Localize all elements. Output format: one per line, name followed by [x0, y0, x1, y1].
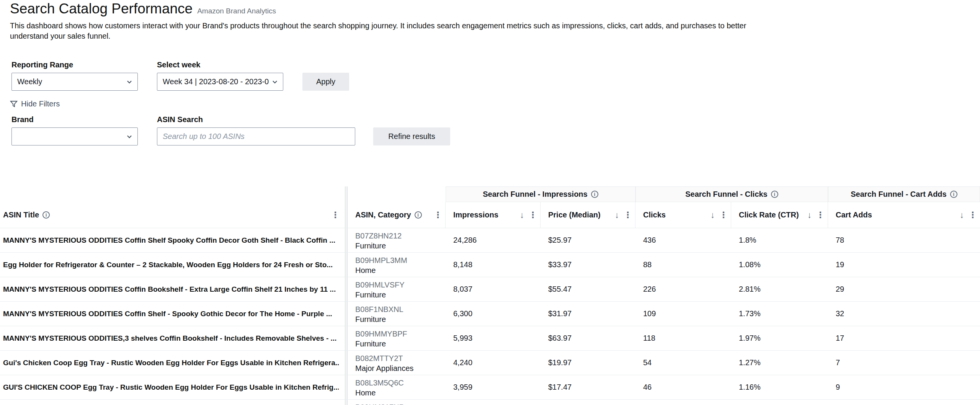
page-description: This dashboard shows how customers inter… — [10, 21, 777, 41]
refine-results-button[interactable]: Refine results — [373, 127, 450, 145]
column-header-row: ASIN, Category i ⋮ Impressions ↓ ⋮ Price… — [348, 202, 980, 228]
kebab-menu-icon[interactable]: ⋮ — [624, 211, 632, 219]
table-row: MANNY'S MYSTERIOUS ODDITIES Coffin Books… — [0, 277, 980, 302]
asin-title-text: Egg Holder for Refrigerator & Counter – … — [3, 261, 333, 269]
price-value: $33.97 — [541, 253, 635, 277]
asin-category-cell: B09HMPL3MM Home — [348, 253, 446, 277]
click-rate-header-label: Click Rate (CTR) — [739, 211, 799, 219]
column-header-click-rate: Click Rate (CTR) ↓ ⋮ — [731, 202, 828, 228]
impressions-value: 6,300 — [446, 302, 541, 326]
category-text: Home — [355, 388, 443, 398]
sort-descending-icon[interactable]: ↓ — [807, 211, 812, 219]
clicks-value: 46 — [635, 375, 731, 399]
asin-category-cell: B08F1NBXNL Furniture — [348, 302, 446, 326]
apply-button[interactable]: Apply — [302, 73, 349, 91]
price-value: $31.97 — [541, 302, 635, 326]
table-row: MANNY'S MYSTERIOUS ODDITIES Coffin Shelf… — [0, 302, 980, 326]
cart-adds-value: 9 — [828, 375, 980, 399]
asin-text: B09HMLVSFY — [355, 280, 443, 290]
impressions-value: 8,148 — [446, 253, 541, 277]
sort-descending-icon[interactable]: ↓ — [960, 211, 964, 219]
info-icon[interactable]: i — [950, 191, 957, 198]
frozen-column-divider — [345, 351, 348, 375]
asin-title-text: MANNY'S MYSTERIOUS ODDITIES,3 shelves Co… — [3, 334, 336, 343]
asin-title-cell: MANNY'S MYSTERIOUS ODDITIES Coffin Shelf… — [0, 302, 345, 326]
column-group-clicks: Search Funnel - Clicks i — [635, 186, 828, 202]
cart-adds-value: 19 — [828, 253, 980, 277]
column-header-clicks: Clicks ↓ ⋮ — [635, 202, 731, 228]
brand-label: Brand — [11, 115, 34, 124]
column-group-empty — [348, 186, 446, 202]
cart-adds-header-label: Cart Adds — [836, 211, 872, 219]
column-header-cart-adds: Cart Adds ↓ ⋮ — [828, 202, 980, 228]
asin-title-text: Gui's Chicken Coop Egg Tray - Rustic Woo… — [3, 359, 339, 367]
asin-title-cell — [0, 400, 345, 405]
ctr-value: 1.73% — [731, 302, 828, 326]
table-row: GUI'S CHICKEN COOP Egg Tray - Rustic Woo… — [0, 375, 980, 400]
brand-select[interactable] — [11, 127, 138, 145]
category-text: Furniture — [355, 339, 443, 349]
info-icon[interactable]: i — [591, 191, 598, 198]
kebab-menu-icon[interactable]: ⋮ — [719, 211, 728, 219]
cart-adds-value: 29 — [828, 277, 980, 301]
group-impressions-label: Search Funnel - Impressions — [483, 190, 587, 199]
select-week-select[interactable]: Week 34 | 2023-08-20 - 2023-0 — [157, 73, 283, 91]
table-row: Gui's Chicken Coop Egg Tray - Rustic Woo… — [0, 351, 980, 375]
asin-text: B09UM817NP — [355, 402, 443, 405]
info-icon[interactable]: i — [415, 211, 422, 219]
frozen-column-divider — [345, 326, 348, 350]
hide-filters-label: Hide Filters — [21, 100, 60, 108]
table-header: ASIN Title i ⋮ Search Funnel - Impressio… — [0, 186, 980, 228]
asin-text: B08L3M5Q6C — [355, 378, 443, 388]
chevron-down-icon — [126, 133, 133, 140]
clicks-value: 54 — [635, 351, 731, 375]
asin-text: B09HMPL3MM — [355, 255, 443, 265]
filter-icon — [10, 100, 18, 108]
asin-text: B082MTTY2T — [355, 353, 443, 363]
impressions-value: 4,240 — [446, 351, 541, 375]
group-cart-adds-label: Search Funnel - Cart Adds — [851, 190, 946, 199]
clicks-value — [635, 400, 731, 405]
category-text: Home — [355, 265, 443, 275]
group-clicks-label: Search Funnel - Clicks — [685, 190, 768, 199]
chevron-down-icon — [271, 78, 278, 85]
frozen-column-divider — [345, 253, 348, 277]
asin-title-header-label: ASIN Title — [3, 211, 39, 219]
cart-adds-value: 32 — [828, 302, 980, 326]
ctr-value: 1.16% — [731, 375, 828, 399]
kebab-menu-icon[interactable]: ⋮ — [529, 211, 537, 219]
asin-title-cell: MANNY'S MYSTERIOUS ODDITIES Coffin Shelf… — [0, 228, 345, 252]
table-body: MANNY'S MYSTERIOUS ODDITIES Coffin Shelf… — [0, 228, 980, 405]
price-value: $17.47 — [541, 375, 635, 399]
reporting-range-value: Weekly — [17, 77, 42, 86]
asin-title-text: MANNY'S MYSTERIOUS ODDITIES Coffin Shelf… — [3, 310, 332, 318]
kebab-menu-icon[interactable]: ⋮ — [434, 211, 442, 219]
hide-filters-button[interactable]: Hide Filters — [10, 100, 60, 108]
asin-category-cell: B082MTTY2T Major Appliances — [348, 351, 446, 375]
column-header-price-median: Price (Median) ↓ ⋮ — [541, 202, 635, 228]
ctr-value: 1.27% — [731, 351, 828, 375]
frozen-column-divider — [345, 228, 348, 252]
clicks-value: 436 — [635, 228, 731, 252]
sort-descending-icon[interactable]: ↓ — [615, 211, 619, 219]
kebab-menu-icon[interactable]: ⋮ — [969, 211, 977, 219]
asin-category-cell: B09HMLVSFY Furniture — [348, 277, 446, 301]
price-value: $19.97 — [541, 351, 635, 375]
column-header-asin-title: ASIN Title i ⋮ — [0, 186, 345, 228]
kebab-menu-icon[interactable]: ⋮ — [816, 211, 825, 219]
column-group-impressions: Search Funnel - Impressions i — [446, 186, 635, 202]
column-header-asin-category: ASIN, Category i ⋮ — [348, 202, 446, 228]
sort-descending-icon[interactable]: ↓ — [710, 211, 715, 219]
cart-adds-value: 78 — [828, 228, 980, 252]
column-group-cart-adds: Search Funnel - Cart Adds i — [828, 186, 980, 202]
reporting-range-select[interactable]: Weekly — [11, 73, 138, 91]
sort-descending-icon[interactable]: ↓ — [520, 211, 524, 219]
asin-search-input[interactable] — [157, 127, 355, 145]
kebab-menu-icon[interactable]: ⋮ — [331, 211, 340, 219]
info-icon[interactable]: i — [771, 191, 778, 198]
clicks-value: 118 — [635, 326, 731, 350]
category-text: Furniture — [355, 290, 443, 300]
impressions-value: 8,037 — [446, 277, 541, 301]
info-icon[interactable]: i — [42, 211, 50, 219]
clicks-value: 226 — [635, 277, 731, 301]
